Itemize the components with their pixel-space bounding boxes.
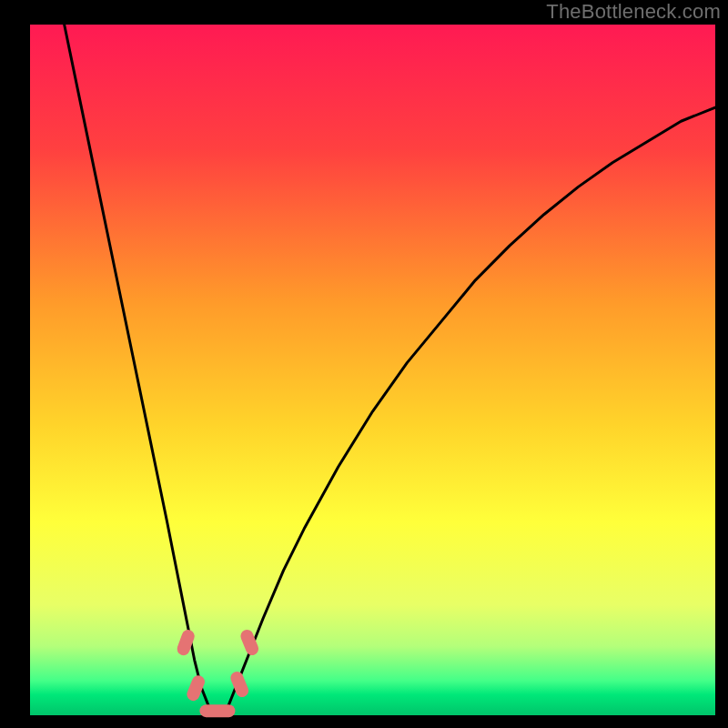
- marker-right-upper: [238, 628, 259, 657]
- plot-area: [30, 25, 715, 715]
- watermark-text: TheBottleneck.com: [546, 0, 721, 24]
- marker-right-lower: [228, 670, 249, 699]
- markers-layer: [30, 25, 715, 715]
- marker-left-upper: [176, 628, 197, 657]
- marker-bottom: [200, 705, 236, 718]
- marker-left-lower: [186, 673, 207, 703]
- outer-frame: TheBottleneck.com: [0, 0, 728, 728]
